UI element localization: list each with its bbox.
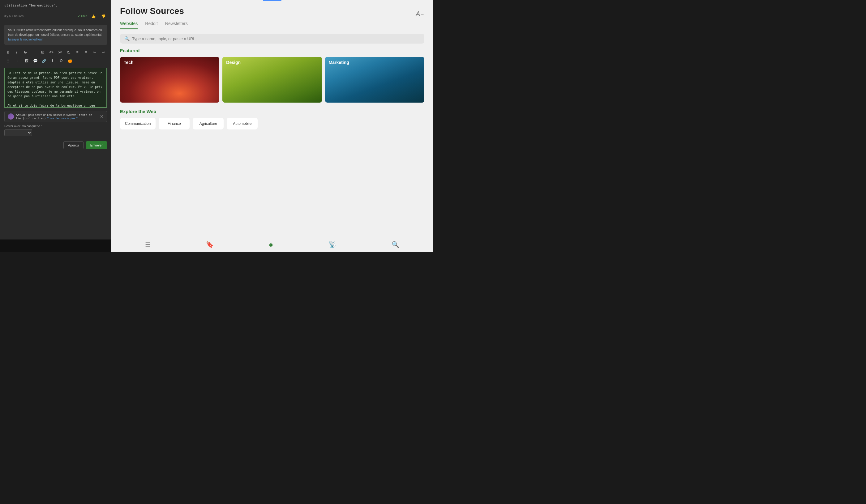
tip-avatar: [8, 113, 14, 119]
header-row: Follow Sources A→: [120, 6, 424, 21]
post-meta: il y a 7 heures ✓ Utile 👍 👎: [4, 11, 107, 22]
tab-websites[interactable]: Websites: [120, 21, 137, 30]
tab-newsletters[interactable]: Newsletters: [165, 21, 188, 30]
utile-button[interactable]: ✓ Utile: [78, 14, 87, 18]
marketing-label: Marketing: [329, 60, 349, 65]
code-button[interactable]: <>: [48, 48, 55, 56]
featured-card-tech[interactable]: Tech: [120, 57, 219, 103]
menu-icon[interactable]: ☰: [145, 241, 151, 248]
tip-bar: Astuce : pour écrire un lien, utilisez l…: [4, 111, 107, 122]
poster-section: Poster avec ma casquette : -: [4, 122, 107, 139]
align-right-button[interactable]: ≡: [82, 48, 90, 56]
emoji-button[interactable]: 🍊: [66, 57, 74, 65]
translate-icon[interactable]: A→: [416, 10, 424, 17]
left-panel: utilisation "bureautique". il y a 7 heur…: [0, 0, 111, 252]
search-bar[interactable]: 🔍: [120, 34, 424, 44]
list-unordered-button[interactable]: ≔: [91, 48, 98, 56]
bottom-nav: ☰ 🔖 ◈ 📡 🔍: [111, 237, 433, 252]
explore-card-agriculture[interactable]: Agriculture: [193, 118, 224, 129]
search-input[interactable]: [132, 36, 420, 41]
tab-reddit[interactable]: Reddit: [145, 21, 157, 30]
thumbsdown-button[interactable]: 👎: [100, 13, 107, 20]
bold-button[interactable]: B: [4, 48, 12, 56]
align-left-button[interactable]: ≡: [74, 48, 81, 56]
envoyer-button[interactable]: Envoyer: [86, 141, 107, 149]
tech-label: Tech: [124, 60, 134, 65]
image-button[interactable]: 🖼: [23, 57, 30, 65]
explore-card-communication[interactable]: Communication: [120, 118, 156, 129]
underline-button[interactable]: T: [30, 48, 38, 56]
featured-card-marketing[interactable]: Marketing: [325, 57, 424, 103]
italic-button[interactable]: I: [13, 48, 20, 56]
omega-button[interactable]: Ω: [57, 57, 65, 65]
bottom-black-bar: [0, 240, 111, 252]
explore-card-automobile[interactable]: Automobile: [227, 118, 258, 129]
action-buttons: Aperçu Envoyer: [4, 139, 107, 150]
close-tip-button[interactable]: ✕: [100, 114, 104, 119]
explore-grid: Communication Finance Agriculture Automo…: [120, 118, 424, 129]
explore-title: Explore the Web: [120, 109, 424, 114]
post-meta-right: ✓ Utile 👍 👎: [78, 13, 107, 20]
new-editor-link[interactable]: Essayer le nouvel éditeur.: [8, 38, 44, 41]
page-title: Follow Sources: [120, 6, 184, 16]
info-button[interactable]: ℹ: [49, 57, 56, 65]
scroll-area: utilisation "bureautique". il y a 7 heur…: [0, 0, 111, 240]
explore-section: Explore the Web Communication Finance Ag…: [111, 109, 433, 129]
featured-label: Featured: [120, 48, 424, 53]
tech-image: [120, 57, 219, 103]
post-time: il y a 7 heures: [4, 14, 23, 18]
editor-notice: Vous utilisez actuellement notre éditeur…: [4, 25, 107, 45]
quote-button[interactable]: 💬: [32, 57, 39, 65]
feed-icon[interactable]: ◈: [269, 241, 274, 248]
thumbsup-button[interactable]: 👍: [90, 13, 97, 20]
tip-link[interactable]: Envie d'en savoir plus ?: [47, 116, 78, 120]
featured-card-design[interactable]: Design: [222, 57, 322, 103]
strikethrough-button[interactable]: S: [22, 48, 29, 56]
text-editor[interactable]: La lecture de la presse, on n'en profite…: [4, 68, 107, 108]
right-panel: Follow Sources A→ Websites Reddit Newsle…: [111, 0, 433, 252]
editor-toolbar: B I S T ⊡ <> x² x₂ ≡ ≡ ≔ ≕ ⊞ ← 🖼 💬 🔗 ℹ Ω…: [4, 47, 107, 66]
apercu-button[interactable]: Aperçu: [63, 141, 84, 149]
subscript-button[interactable]: x₂: [65, 48, 73, 56]
bookmark-icon[interactable]: 🔖: [206, 241, 214, 248]
top-indicator-bar: [263, 0, 281, 1]
post-text: utilisation "bureautique".: [4, 3, 107, 8]
search-icon: 🔍: [124, 36, 130, 41]
columns-button[interactable]: ⊞: [4, 57, 12, 65]
search-nav-icon[interactable]: 🔍: [391, 241, 399, 248]
block-button[interactable]: ⊡: [39, 48, 46, 56]
list-ordered-button[interactable]: ≕: [100, 48, 107, 56]
add-feed-icon[interactable]: 📡: [329, 241, 336, 248]
design-label: Design: [226, 60, 241, 65]
arrow-button[interactable]: ←: [14, 57, 22, 65]
right-header: Follow Sources A→ Websites Reddit Newsle…: [111, 0, 433, 30]
poster-select[interactable]: -: [4, 129, 32, 136]
tip-inner: Astuce : pour écrire un lien, utilisez l…: [8, 113, 100, 120]
superscript-button[interactable]: x²: [56, 48, 64, 56]
explore-card-finance[interactable]: Finance: [159, 118, 190, 129]
tip-text: Astuce : pour écrire un lien, utilisez l…: [16, 113, 100, 120]
featured-grid: Tech Design Marketing: [120, 57, 424, 103]
poster-label: Poster avec ma casquette :: [4, 125, 107, 128]
link-button[interactable]: 🔗: [40, 57, 48, 65]
tabs-row: Websites Reddit Newsletters: [120, 21, 424, 30]
